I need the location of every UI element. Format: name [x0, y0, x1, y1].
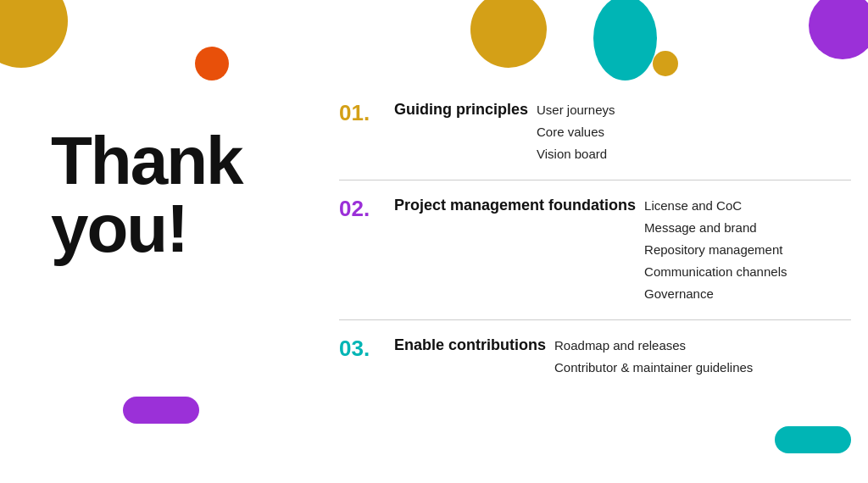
hero-line2: you! — [51, 195, 242, 263]
item-1-2: Core values — [537, 122, 615, 142]
section-block-1: 01. Guiding principles User journeys Cor… — [339, 85, 851, 180]
section-items-2: License and CoC Message and brand Reposi… — [644, 196, 787, 304]
item-3-2: Contributor & maintainer guidelines — [554, 358, 753, 378]
circle-teal-top — [593, 0, 657, 80]
section-title-1: Guiding principles — [394, 100, 537, 119]
section-items-3: Roadmap and releases Contributor & maint… — [554, 336, 753, 378]
item-1-1: User journeys — [537, 100, 615, 120]
content-list: 01. Guiding principles User journeys Cor… — [339, 85, 851, 393]
pill-purple-decoration — [123, 397, 199, 424]
hero-section: Thank you! — [51, 127, 242, 263]
item-1-3: Vision board — [537, 144, 615, 164]
item-2-3: Repository management — [644, 240, 787, 260]
hero-line1: Thank — [51, 127, 242, 195]
pill-teal-decoration — [775, 426, 851, 453]
section-title-3: Enable contributions — [394, 336, 554, 355]
section-number-1: 01. — [339, 100, 394, 126]
section-block-3: 03. Enable contributions Roadmap and rel… — [339, 320, 851, 393]
item-2-1: License and CoC — [644, 196, 787, 216]
thank-you-text: Thank you! — [51, 127, 242, 263]
circle-orange-small — [195, 47, 229, 80]
circle-gold-small-top — [653, 51, 678, 76]
item-2-2: Message and brand — [644, 218, 787, 238]
circle-gold-top — [470, 0, 547, 68]
section-number-2: 02. — [339, 196, 394, 222]
section-number-3: 03. — [339, 336, 394, 362]
section-title-2: Project management foundations — [394, 196, 644, 215]
item-2-4: Communication channels — [644, 262, 787, 282]
section-block-2: 02. Project management foundations Licen… — [339, 180, 851, 320]
section-items-1: User journeys Core values Vision board — [537, 100, 615, 164]
circle-purple-topright — [809, 0, 868, 59]
circle-gold-topleft — [0, 0, 68, 68]
item-2-5: Governance — [644, 284, 787, 304]
item-3-1: Roadmap and releases — [554, 336, 753, 356]
